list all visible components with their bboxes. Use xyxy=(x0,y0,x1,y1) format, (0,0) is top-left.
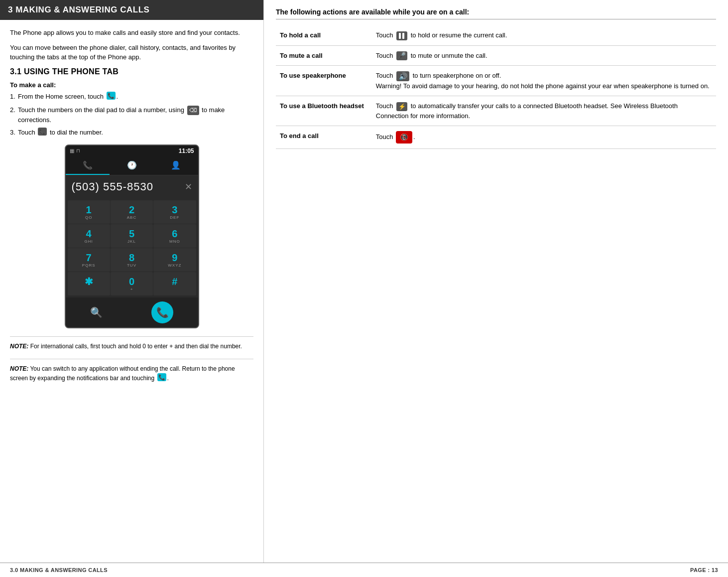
step-3: 3. Touch 📞 to dial the number. xyxy=(10,128,253,139)
footer: 3.0 MAKING & ANSWERING CALLS PAGE : 13 xyxy=(0,563,728,577)
note-phone-icon: 📞 xyxy=(157,373,166,384)
key-5[interactable]: 5 JKL xyxy=(111,224,153,248)
right-column: The following actions are available whil… xyxy=(264,0,728,563)
phone-tabs: 📞 🕐 👤 xyxy=(66,156,198,175)
section-heading: 3.1 USING THE PHONE TAB xyxy=(10,67,253,76)
note-2-text: You can switch to any application withou… xyxy=(10,365,235,382)
action-mute-desc: Touch 🎤 to mute or unmute the call. xyxy=(368,45,716,66)
action-end-desc: Touch 📵. xyxy=(368,126,716,149)
note-1-text: For international calls, first touch and… xyxy=(30,343,242,350)
phone-tab-contacts[interactable]: 👤 xyxy=(154,156,198,175)
dial-icon: 📞 xyxy=(38,128,47,139)
search-button[interactable]: 🔍 xyxy=(90,306,103,318)
backspace-button[interactable]: ✕ xyxy=(185,181,192,192)
call-button[interactable]: 📞 xyxy=(151,301,173,323)
mute-icon: 🎤 xyxy=(396,51,407,60)
key-4[interactable]: 4 GHI xyxy=(68,224,110,248)
step-2: 2. Touch the numbers on the dial pad to … xyxy=(10,105,253,125)
speaker-icon: 🔊 xyxy=(396,71,409,81)
left-column: 3 MAKING & ANSWERING CALLS The Phone app… xyxy=(0,0,264,563)
key-6[interactable]: 6 MNO xyxy=(153,224,196,248)
phone-tab-dialer[interactable]: 📞 xyxy=(66,156,110,175)
home-phone-icon: 📞 xyxy=(107,92,116,103)
chapter-header: 3 MAKING & ANSWERING CALLS xyxy=(0,0,263,20)
key-8[interactable]: 8 TUV xyxy=(111,248,153,272)
action-hold-label: To hold a call xyxy=(276,25,368,45)
steps-list: 1. From the Home screen, touch 📞 . 2. To… xyxy=(10,92,253,139)
key-7[interactable]: 7 PQRS xyxy=(68,248,110,272)
phone-number-display: (503) 555-8530 ✕ xyxy=(66,175,198,198)
phone-tab-history[interactable]: 🕐 xyxy=(110,156,154,175)
status-icons: ▦ ⊓ xyxy=(70,148,80,153)
note-2: NOTE: You can switch to any application … xyxy=(10,359,253,389)
row-bluetooth: To use a Bluetooth headset Touch ⚡ to au… xyxy=(276,96,716,126)
key-3[interactable]: 3 DEF xyxy=(153,200,196,224)
phone-action-bar: 🔍 📞 xyxy=(66,297,198,327)
right-column-heading: The following actions are available whil… xyxy=(276,8,716,19)
phone-status-bar: ▦ ⊓ 11:05 xyxy=(66,145,198,156)
step-1: 1. From the Home screen, touch 📞 . xyxy=(10,92,253,103)
action-speakerphone-label: To use speakerphone xyxy=(276,66,368,96)
svg-text:📞: 📞 xyxy=(158,374,165,381)
actions-table: To hold a call Touch to hold or resume t… xyxy=(276,25,716,149)
phone-mockup: ▦ ⊓ 11:05 📞 🕐 👤 (503) 555-8530 ✕ xyxy=(65,144,199,328)
row-mute-call: To mute a call Touch 🎤 to mute or unmute… xyxy=(276,45,716,66)
footer-left: 3.0 MAKING & ANSWERING CALLS xyxy=(10,567,108,573)
intro-paragraph-1: The Phone app allows you to make calls a… xyxy=(10,28,253,38)
phone-time: 11:05 xyxy=(179,147,194,154)
subsection-heading: To make a call: xyxy=(10,81,253,89)
action-end-label: To end a call xyxy=(276,126,368,149)
speakerphone-warning: Warning! To avoid damage to your hearing… xyxy=(376,82,710,90)
signal-icon: ▦ xyxy=(70,148,74,153)
key-2[interactable]: 2 ABC xyxy=(111,200,153,224)
action-hold-desc: Touch to hold or resume the current call… xyxy=(368,25,716,45)
chapter-title: 3 MAKING & ANSWERING CALLS xyxy=(8,5,149,14)
key-star[interactable]: ✱ xyxy=(68,272,110,295)
backspace-icon: ⌫ xyxy=(187,106,199,115)
end-call-icon: 📵 xyxy=(396,131,412,144)
row-hold-call: To hold a call Touch to hold or resume t… xyxy=(276,25,716,45)
key-1[interactable]: 1 QO xyxy=(68,200,110,224)
phone-mockup-container: ▦ ⊓ 11:05 📞 🕐 👤 (503) 555-8530 ✕ xyxy=(10,144,253,328)
action-bluetooth-desc: Touch ⚡ to automatically transfer your c… xyxy=(368,96,716,126)
note-1: NOTE: For international calls, first tou… xyxy=(10,336,253,356)
bluetooth-icon: ⚡ xyxy=(396,102,407,111)
row-speakerphone: To use speakerphone Touch 🔊 to turn spea… xyxy=(276,66,716,96)
footer-right: PAGE : 13 xyxy=(690,567,718,573)
action-bluetooth-label: To use a Bluetooth headset xyxy=(276,96,368,126)
phone-dialpad: 1 QO 2 ABC 3 DEF 4 GHI xyxy=(66,198,198,297)
key-hash[interactable]: # xyxy=(153,272,196,295)
intro-paragraph-2: You can move between the phone dialer, c… xyxy=(10,43,253,62)
note-1-label: NOTE: xyxy=(10,343,28,350)
key-0[interactable]: 0 + xyxy=(111,272,153,295)
action-mute-label: To mute a call xyxy=(276,45,368,66)
note-2-label: NOTE: xyxy=(10,365,28,372)
svg-text:📞: 📞 xyxy=(108,92,115,99)
action-speakerphone-desc: Touch 🔊 to turn speakerphone on or off. … xyxy=(368,66,716,96)
wifi-icon: ⊓ xyxy=(76,148,80,153)
pause-icon xyxy=(396,31,407,40)
key-9[interactable]: 9 WXYZ xyxy=(153,248,196,272)
svg-text:📞: 📞 xyxy=(39,128,46,135)
phone-number-text: (503) 555-8530 xyxy=(72,180,153,193)
row-end-call: To end a call Touch 📵. xyxy=(276,126,716,149)
